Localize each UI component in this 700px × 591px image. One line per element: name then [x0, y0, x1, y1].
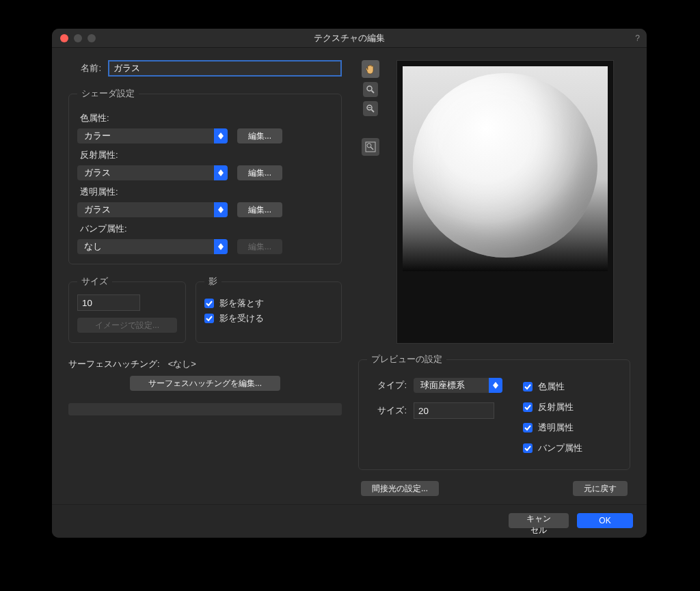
- cancel-button[interactable]: キャンセル: [509, 513, 569, 528]
- shader-settings-group: シェーダ設定 色属性: カラー 編集... 反射属性: ガラス: [68, 87, 342, 264]
- svg-line-1: [372, 91, 375, 94]
- ok-button[interactable]: OK: [577, 513, 633, 528]
- svg-line-7: [371, 147, 373, 150]
- preview-sphere: [413, 73, 597, 258]
- size-group: サイズ イメージで設定...: [68, 275, 186, 343]
- edit-color-button[interactable]: 編集...: [237, 128, 282, 143]
- recv-shadow-label: 影を受ける: [219, 312, 264, 325]
- preview-trans-label: 透明属性: [538, 422, 574, 434]
- chevron-updown-icon: [214, 202, 228, 217]
- bump-attr-select[interactable]: なし: [77, 239, 228, 254]
- left-panel: 名前: シェーダ設定 色属性: カラー 編集... 反射属性:: [68, 60, 342, 496]
- name-input[interactable]: [108, 60, 342, 77]
- trans-attr-value: ガラス: [84, 204, 111, 216]
- texture-editor-window: テクスチャの編集 ? 名前: シェーダ設定 色属性: カラー: [52, 29, 647, 538]
- refl-attr-value: ガラス: [84, 167, 111, 179]
- edit-refl-button[interactable]: 編集...: [237, 165, 282, 180]
- footer: キャンセル OK: [52, 504, 647, 538]
- bump-attr-label: バンプ属性:: [80, 223, 333, 235]
- cast-shadow-label: 影を落とす: [219, 297, 264, 310]
- surface-label: サーフェスハッチング:: [68, 358, 160, 370]
- preview-trans-checkbox[interactable]: [523, 423, 533, 432]
- preview-type-value: 球面座標系: [420, 379, 465, 391]
- preview-refl-checkbox[interactable]: [523, 402, 533, 412]
- size-legend: サイズ: [77, 275, 112, 288]
- preview-legend: プレビューの設定: [367, 353, 446, 366]
- zoom-out-tool-icon[interactable]: [363, 101, 378, 116]
- color-attr-select[interactable]: カラー: [77, 128, 228, 143]
- preview-bump-label: バンプ属性: [538, 442, 582, 454]
- pan-tool-icon[interactable]: [362, 60, 379, 78]
- refl-attr-label: 反射属性:: [80, 149, 333, 161]
- preview-canvas[interactable]: [403, 66, 608, 271]
- set-by-image-button: イメージで設定...: [77, 318, 177, 333]
- chevron-updown-icon: [489, 378, 502, 393]
- edit-trans-button[interactable]: 編集...: [237, 202, 282, 217]
- status-bar: [68, 403, 342, 415]
- preview-color-checkbox[interactable]: [523, 382, 533, 391]
- bump-attr-value: なし: [84, 240, 102, 253]
- chevron-updown-icon: [214, 239, 228, 254]
- edit-surface-hatching-button[interactable]: サーフェスハッチングを編集...: [130, 376, 280, 391]
- shadow-group: 影 影を落とす 影を受ける: [196, 275, 342, 343]
- shadow-legend: 影: [204, 275, 221, 288]
- reset-button[interactable]: 元に戻す: [573, 481, 628, 496]
- help-icon[interactable]: ?: [635, 33, 640, 43]
- edit-bump-button: 編集...: [237, 239, 282, 254]
- trans-attr-select[interactable]: ガラス: [77, 202, 228, 217]
- fit-tool-icon[interactable]: [362, 138, 379, 156]
- preview-size-label: サイズ:: [371, 404, 407, 417]
- color-attr-value: カラー: [84, 130, 111, 142]
- preview-settings-group: プレビューの設定 タイプ: 球面座標系: [358, 353, 630, 470]
- cast-shadow-checkbox[interactable]: [204, 299, 214, 308]
- content: 名前: シェーダ設定 色属性: カラー 編集... 反射属性:: [52, 48, 647, 504]
- preview-color-label: 色属性: [538, 381, 565, 393]
- name-label: 名前:: [68, 62, 101, 74]
- preview-type-select[interactable]: 球面座標系: [414, 378, 502, 393]
- zoom-in-tool-icon[interactable]: [363, 82, 378, 97]
- window-title: テクスチャの編集: [52, 32, 647, 44]
- color-attr-label: 色属性:: [80, 112, 333, 124]
- preview-size-input[interactable]: [414, 402, 494, 419]
- chevron-updown-icon: [214, 128, 228, 143]
- preview-type-label: タイプ:: [371, 379, 407, 391]
- chevron-updown-icon: [214, 165, 228, 180]
- preview-refl-label: 反射属性: [538, 401, 574, 413]
- svg-line-3: [372, 110, 375, 113]
- preview-box: [396, 60, 614, 344]
- trans-attr-label: 透明属性:: [80, 186, 333, 198]
- refl-attr-select[interactable]: ガラス: [77, 165, 228, 180]
- indirect-light-button[interactable]: 間接光の設定...: [361, 481, 439, 496]
- svg-point-0: [367, 86, 372, 91]
- surface-value: <なし>: [168, 358, 196, 370]
- preview-toolbar: [358, 60, 383, 344]
- right-panel: プレビューの設定 タイプ: 球面座標系: [358, 60, 630, 496]
- shader-legend: シェーダ設定: [77, 87, 139, 100]
- recv-shadow-checkbox[interactable]: [204, 314, 214, 323]
- size-input[interactable]: [77, 294, 140, 311]
- preview-bump-checkbox[interactable]: [523, 443, 533, 453]
- titlebar: テクスチャの編集 ?: [52, 29, 647, 48]
